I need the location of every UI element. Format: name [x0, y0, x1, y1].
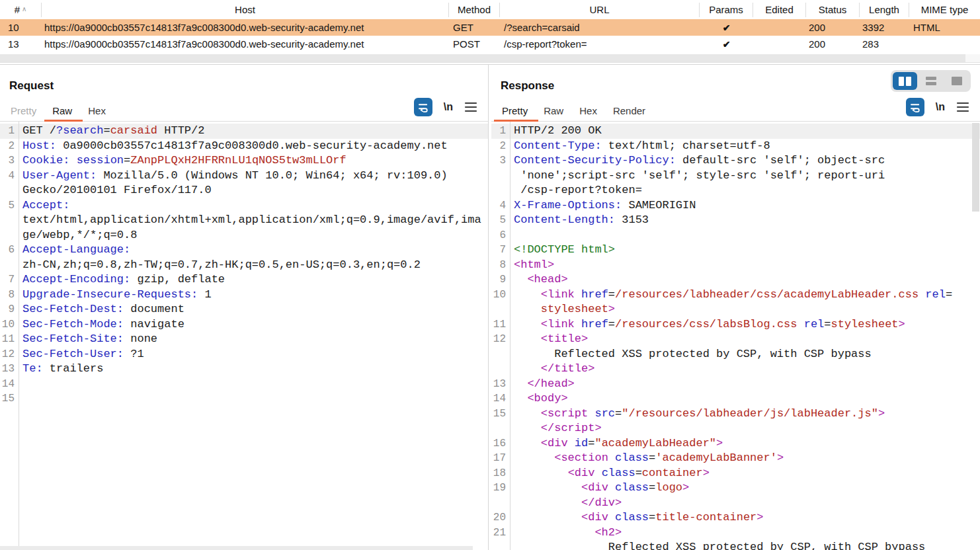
code-line[interactable]: Reflected XSS protected by CSP, with CSP…	[491, 540, 980, 550]
code-line[interactable]: 12Sec-Fetch-User: ?1	[0, 347, 488, 362]
column-header-url[interactable]: URL	[500, 3, 700, 17]
code-line[interactable]: 18 <div class=container>	[491, 466, 980, 481]
request-horizontal-scrollbar[interactable]	[0, 546, 473, 550]
tab-raw[interactable]: Raw	[44, 100, 80, 121]
code-line[interactable]: 5Accept:	[0, 198, 488, 214]
word-wrap-icon[interactable]	[906, 98, 924, 116]
code-text: Te: trailers	[19, 362, 488, 377]
column-header-mime-type[interactable]: MIME type	[909, 3, 980, 17]
line-number: 8	[491, 258, 510, 273]
code-text: Upgrade-Insecure-Requests: 1	[19, 288, 488, 303]
scrollbar-thumb[interactable]	[0, 54, 965, 62]
code-line[interactable]: ge/webp,*/*;q=0.8	[0, 228, 488, 243]
code-line[interactable]: 11 <link href=/resources/css/labsBlog.cs…	[491, 317, 980, 333]
code-line[interactable]: 2Content-Type: text/html; charset=utf-8	[491, 139, 980, 154]
code-line[interactable]: 19 <div class=logo>	[491, 481, 980, 496]
column-header-method[interactable]: Method	[449, 3, 500, 17]
tab-hex[interactable]: Hex	[80, 100, 114, 121]
code-text: zh-CN,zh;q=0.8,zh-TW;q=0.7,zh-HK;q=0.5,e…	[19, 258, 488, 273]
code-line[interactable]: 17 <section class='academyLabBanner'>	[491, 451, 980, 466]
code-line[interactable]: zh-CN,zh;q=0.8,zh-TW;q=0.7,zh-HK;q=0.5,e…	[0, 258, 488, 273]
word-wrap-icon[interactable]	[414, 98, 432, 116]
line-number	[491, 183, 510, 198]
response-vertical-scrollbar[interactable]	[971, 122, 980, 550]
menu-icon[interactable]	[464, 102, 477, 112]
response-editor[interactable]: 1HTTP/2 200 OK2Content-Type: text/html; …	[491, 122, 980, 550]
code-line[interactable]: 2Host: 0a9000cb03557c14813f7a9c008300d0.…	[0, 139, 488, 154]
code-line[interactable]: 7<!DOCTYPE html>	[491, 243, 980, 258]
code-text: Reflected XSS protected by CSP, with CSP…	[510, 540, 980, 550]
code-line[interactable]: </script>	[491, 421, 980, 436]
code-line[interactable]: 1GET /?search=carsaid HTTP/2	[0, 124, 488, 139]
column-header-host[interactable]: Host	[42, 3, 449, 17]
code-line[interactable]: 6Accept-Language:	[0, 243, 488, 258]
column-header-params[interactable]: Params	[700, 3, 753, 17]
code-line[interactable]: 3Cookie: session=ZAnpPLQxH2HFRRnLU1qNOS5…	[0, 153, 488, 169]
code-line[interactable]: stylesheet>	[491, 302, 980, 317]
line-number: 9	[0, 302, 19, 317]
line-number: 4	[0, 169, 19, 184]
code-line[interactable]: </div>	[491, 496, 980, 511]
code-line[interactable]: 9 <head>	[491, 272, 980, 288]
code-line[interactable]: 10 <link href=/resources/labheader/css/a…	[491, 288, 980, 303]
code-line[interactable]: 3Content-Security-Policy: default-src 's…	[491, 153, 980, 169]
table-horizontal-scrollbar[interactable]	[0, 53, 980, 63]
code-line[interactable]: 7Accept-Encoding: gzip, deflate	[0, 272, 488, 288]
line-number	[0, 183, 19, 198]
column-header-length[interactable]: Length	[860, 3, 909, 17]
code-line[interactable]: Reflected XSS protected by CSP, with CSP…	[491, 347, 980, 362]
code-text: User-Agent: Mozilla/5.0 (Windows NT 10.0…	[19, 169, 488, 184]
code-line[interactable]: 15	[0, 391, 488, 407]
code-line[interactable]: 20 <div class=title-container>	[491, 510, 980, 526]
code-line[interactable]: 21 <h2>	[491, 526, 980, 541]
code-line[interactable]: 16 <div id="academyLabHeader">	[491, 436, 980, 452]
code-line[interactable]: 4X-Frame-Options: SAMEORIGIN	[491, 198, 980, 214]
line-number: 5	[0, 198, 19, 214]
tab-pretty[interactable]: Pretty	[3, 100, 44, 121]
code-line[interactable]: Gecko/20100101 Firefox/117.0	[0, 183, 488, 198]
scrollbar-thumb[interactable]	[972, 123, 979, 212]
code-line[interactable]: text/html,application/xhtml+xml,applicat…	[0, 213, 488, 228]
column-header-edited[interactable]: Edited	[753, 3, 806, 17]
code-line[interactable]: 11Sec-Fetch-Site: none	[0, 332, 488, 347]
table-row[interactable]: 13https://0a9000cb03557c14813f7a9c008300…	[0, 36, 980, 52]
response-editor-icons: \n	[906, 98, 969, 116]
line-number: 12	[0, 347, 19, 362]
show-newlines-toggle[interactable]: \n	[936, 101, 945, 113]
code-line[interactable]: 1HTTP/2 200 OK	[491, 124, 980, 139]
line-number: 11	[491, 317, 510, 333]
code-line[interactable]: 13Te: trailers	[0, 362, 488, 377]
tab-render[interactable]: Render	[605, 100, 653, 121]
column-header--[interactable]: #∧	[0, 3, 42, 17]
code-line[interactable]: 12 <title>	[491, 332, 980, 347]
code-line[interactable]: 14 <body>	[491, 391, 980, 407]
tab-hex[interactable]: Hex	[571, 100, 605, 121]
tab-pretty[interactable]: Pretty	[494, 100, 536, 121]
table-row[interactable]: 10https://0a9000cb03557c14813f7a9c008300…	[0, 19, 980, 36]
code-line[interactable]: 14	[0, 377, 488, 392]
code-text: HTTP/2 200 OK	[510, 124, 980, 139]
code-line[interactable]: 4User-Agent: Mozilla/5.0 (Windows NT 10.…	[0, 169, 488, 184]
code-line[interactable]: 8<html>	[491, 258, 980, 273]
code-line[interactable]: 13 </head>	[491, 377, 980, 392]
code-line[interactable]: 10Sec-Fetch-Mode: navigate	[0, 317, 488, 333]
line-number: 15	[0, 391, 19, 407]
code-line[interactable]: 'none';script-src 'self'; style-src 'sel…	[491, 169, 980, 184]
code-text: Sec-Fetch-Mode: navigate	[19, 317, 488, 333]
tab-raw[interactable]: Raw	[536, 100, 571, 121]
code-line[interactable]: 15 <script src="/resources/labheader/js/…	[491, 407, 980, 422]
show-newlines-toggle[interactable]: \n	[444, 101, 453, 113]
code-text: Content-Security-Policy: default-src 'se…	[510, 153, 980, 169]
request-panel: Request PrettyRawHex \n	[0, 65, 488, 550]
code-line[interactable]: </title>	[491, 362, 980, 377]
code-line[interactable]: 8Upgrade-Insecure-Requests: 1	[0, 288, 488, 303]
code-line[interactable]: 5Content-Length: 3153	[491, 213, 980, 228]
request-editor[interactable]: 1GET /?search=carsaid HTTP/22Host: 0a900…	[0, 122, 488, 550]
code-text: <div class=container>	[510, 466, 980, 481]
code-line[interactable]: /csp-report?token=	[491, 183, 980, 198]
code-line[interactable]: 6	[491, 228, 980, 243]
column-header-status[interactable]: Status	[806, 3, 860, 17]
code-line[interactable]: 9Sec-Fetch-Dest: document	[0, 302, 488, 317]
menu-icon[interactable]	[956, 102, 969, 112]
code-text: <head>	[510, 272, 980, 288]
